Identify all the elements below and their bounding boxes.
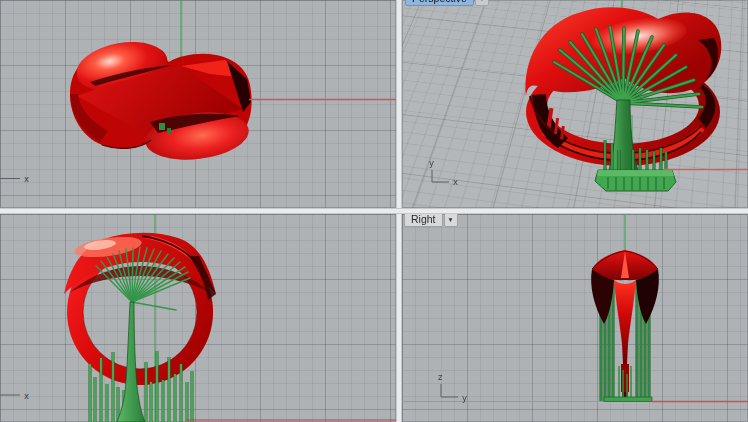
viewport-title-text[interactable]: Right bbox=[404, 214, 443, 227]
axis-z-label: z bbox=[438, 372, 443, 382]
axis-indicator: x bbox=[0, 174, 29, 184]
support-glimpse bbox=[167, 128, 171, 133]
viewport-front-view[interactable]: x bbox=[0, 214, 396, 422]
axis-x-label: x bbox=[453, 177, 458, 187]
support-base bbox=[604, 397, 652, 402]
viewport-top-view[interactable]: x bbox=[0, 0, 396, 208]
axis-y-label: y bbox=[429, 158, 434, 168]
axis-indicator: y x bbox=[429, 158, 458, 187]
chevron-down-icon[interactable]: ▼ bbox=[444, 214, 458, 227]
viewport-title-right[interactable]: Right ▼ bbox=[404, 214, 458, 227]
chevron-down-icon[interactable]: ▼ bbox=[475, 0, 489, 6]
top-view-canvas: x bbox=[0, 0, 396, 208]
viewport-title-text[interactable]: Perspective bbox=[405, 0, 474, 6]
support-glimpse bbox=[159, 123, 165, 130]
cad-four-viewport-window: x bbox=[0, 0, 748, 422]
axis-x-label: x bbox=[24, 391, 29, 401]
front-view-canvas: x bbox=[0, 214, 396, 422]
axis-indicator: x bbox=[0, 391, 29, 401]
viewport-title-perspective[interactable]: Perspective ▼ bbox=[405, 0, 489, 6]
viewport-perspective[interactable]: y x Perspective ▼ bbox=[402, 0, 748, 208]
support-trunk bbox=[117, 302, 145, 422]
axis-indicator: z y bbox=[438, 372, 467, 403]
perspective-canvas: y x bbox=[402, 0, 748, 208]
ring-model-top-view[interactable] bbox=[70, 35, 252, 165]
right-view-canvas: z y bbox=[402, 214, 748, 422]
axis-y-label: y bbox=[462, 393, 467, 403]
ring-model-front-view[interactable] bbox=[64, 233, 216, 385]
axis-x-label: x bbox=[24, 174, 29, 184]
viewport-right-view[interactable]: z y Right ▼ bbox=[402, 214, 748, 422]
